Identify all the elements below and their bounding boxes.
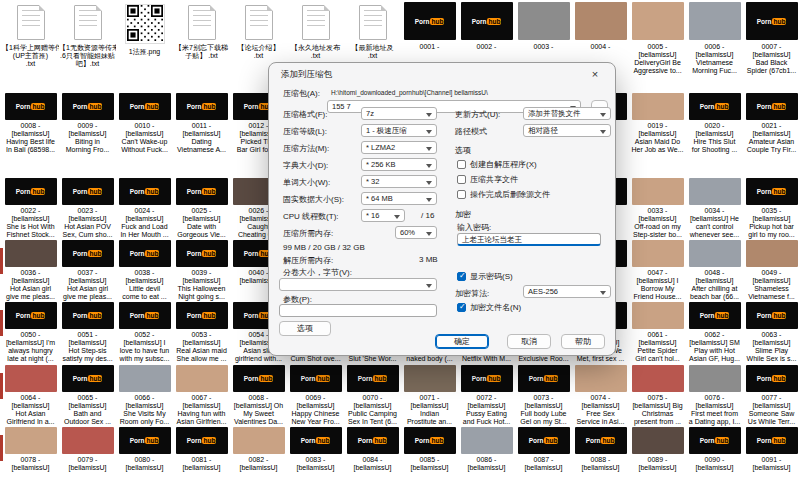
- password-input[interactable]: 上老王论坛当老王: [457, 233, 601, 246]
- sfx-checkbox[interactable]: [457, 160, 466, 169]
- file-item[interactable]: 0019 -[bellamissU]Asian Maid DoHer Job a…: [629, 93, 686, 154]
- file-item[interactable]: Pornhub0007 -[bellamissU]Bad BlackSpider…: [743, 2, 800, 75]
- file-item[interactable]: Pornhub0080 -[bellamissU]: [116, 427, 173, 472]
- file-item[interactable]: 0047 -[bellamissU] IBorrow MyFriend Hous…: [629, 240, 686, 301]
- file-item[interactable]: 0067 -[bellamissU]Having fun withAsian G…: [173, 365, 230, 426]
- file-item[interactable]: Pornhub0024 -[bellamissU]Fuck and LoadIn…: [116, 178, 173, 239]
- file-item[interactable]: 0048 -[bellamissU]After chilling atbeach…: [686, 240, 743, 301]
- file-item[interactable]: Pornhub0088 -[bellamissU]: [572, 427, 629, 472]
- file-item[interactable]: Pornhub0002 -: [458, 2, 515, 51]
- decompress-memory-label: 解压所需内存:: [283, 255, 333, 266]
- file-item[interactable]: Pornhub0083 -[bellamissU]: [287, 427, 344, 472]
- file-item[interactable]: Pornhub0090 -[bellamissU]: [686, 427, 743, 472]
- file-item[interactable]: Pornhub0051 -[bellamissU]Hot Step-sissat…: [59, 302, 116, 363]
- file-item[interactable]: 0006 -[bellamissU]VietnameseMorning Fuc.…: [686, 2, 743, 75]
- file-item[interactable]: Pornhub0052 -[bellamissU] Ilove to have …: [116, 302, 173, 363]
- file-item[interactable]: Pornhub0065 -[bellamissU]Bath andOutdoor…: [59, 365, 116, 426]
- file-item[interactable]: Pornhub0091 -[bellamissU]: [743, 427, 800, 472]
- memory-percent-combobox[interactable]: 60%: [395, 226, 437, 239]
- file-item[interactable]: 0061 -[bellamissU]Petite SpiderGirl can'…: [629, 302, 686, 363]
- file-item[interactable]: 0049 -[bellamissU]ShamelessVietnamese f.…: [743, 240, 800, 301]
- parameters-input[interactable]: [279, 304, 437, 317]
- file-item[interactable]: 0078 -[bellamissU]: [2, 427, 59, 472]
- photo-thumbnail: [518, 2, 570, 40]
- cancel-button[interactable]: 取消: [507, 334, 551, 349]
- split-volume-label: 分卷大小，字节(V):: [283, 267, 352, 278]
- file-item[interactable]: Pornhub0020 -[bellamissU]Hire This Slutf…: [686, 93, 743, 154]
- file-item[interactable]: Pornhub0084 -[bellamissU]: [344, 427, 401, 472]
- file-item[interactable]: 1法推.png: [116, 2, 173, 56]
- file-item[interactable]: 0076 -[bellamissU]First meet froma Datin…: [686, 365, 743, 426]
- encryption-method-combobox[interactable]: AES-256: [523, 285, 611, 298]
- file-item[interactable]: Pornhub0035 -[bellamissU]Pickup hot barg…: [743, 178, 800, 239]
- file-item[interactable]: Pornhub0072 -[bellamissU]Pussy Eatingand…: [458, 365, 515, 426]
- file-item[interactable]: 【1无数资源等传来.6只看智能姐妹贴吧】.txt: [59, 2, 116, 68]
- file-item[interactable]: 0075 -[bellamissU] BigChristmaspresent f…: [629, 365, 686, 426]
- file-item[interactable]: 0005 -[bellamissU]DeliveryGirl BeAggress…: [629, 2, 686, 75]
- file-item[interactable]: Pornhub0039 -[bellamissU]This HalloweenN…: [173, 240, 230, 301]
- file-item[interactable]: Pornhub0010 -[bellamissU]Can't Wake-upWi…: [116, 93, 173, 154]
- solid-block-combobox[interactable]: * 64 MB: [361, 192, 437, 205]
- ok-button[interactable]: 确定: [435, 334, 489, 349]
- file-item[interactable]: 【最新地址及.txt: [344, 2, 401, 60]
- file-item[interactable]: 0082 -[bellamissU]: [230, 427, 287, 472]
- file-item[interactable]: 0004 -: [572, 2, 629, 51]
- file-item[interactable]: Pornhub0050 -[bellamissU] I'malways hung…: [2, 302, 59, 363]
- file-item[interactable]: 【1科学上网赠等伴(UP主首推).txt: [2, 2, 59, 68]
- file-item[interactable]: 0089 -[bellamissU]: [629, 427, 686, 472]
- file-item[interactable]: 0034 -[bellamissU] Hecan't controlwhenev…: [686, 178, 743, 239]
- file-item[interactable]: 0079 -[bellamissU]: [59, 427, 116, 472]
- file-item[interactable]: Pornhub0011 -[bellamissU]DatingVietnames…: [173, 93, 230, 154]
- cpu-threads-combobox[interactable]: * 16: [361, 209, 405, 222]
- file-item[interactable]: Pornhub0023 -[bellamissU]Hot Asian POVSe…: [59, 178, 116, 239]
- file-name-label: 0078 -[bellamissU]: [2, 456, 59, 472]
- file-item[interactable]: Pornhub0062 -[bellamissU] SMPlay with Ho…: [686, 302, 743, 363]
- file-item[interactable]: Pornhub0073 -[bellamissU]Full body LubeG…: [515, 365, 572, 426]
- file-item[interactable]: 【永久地址发布.txt: [287, 2, 344, 60]
- file-item[interactable]: 0036 -[bellamissU]Hot Asian girlgive me …: [2, 240, 59, 301]
- word-size-combobox[interactable]: * 32: [361, 175, 437, 188]
- file-item[interactable]: Pornhub0069 -[bellamissU]Happy ChineseNe…: [287, 365, 344, 426]
- file-item[interactable]: Pornhub0025 -[bellamissU]Date withGorgeo…: [173, 178, 230, 239]
- options-button[interactable]: 选项: [279, 321, 331, 336]
- level-combobox[interactable]: 1 - 极速压缩: [361, 124, 437, 137]
- file-item[interactable]: 0074 -[bellamissU]Free SexService in Asi…: [572, 365, 629, 426]
- file-item[interactable]: Pornhub0021 -[bellamissU]Amateur AsianCo…: [743, 93, 800, 154]
- file-item[interactable]: 0066 -[bellamissU]She Visits MyRoom only…: [116, 365, 173, 426]
- file-item[interactable]: 0086 -[bellamissU]: [458, 427, 515, 472]
- file-item[interactable]: 0003 -: [515, 2, 572, 51]
- encrypt-names-checkbox[interactable]: [457, 303, 466, 312]
- file-item[interactable]: 【论坛介绍】.txt: [230, 2, 287, 60]
- close-icon[interactable]: ×: [583, 66, 607, 83]
- file-item[interactable]: Pornhub0087 -[bellamissU]: [515, 427, 572, 472]
- file-name-label: 0061 -[bellamissU]Petite SpiderGirl can'…: [629, 331, 686, 363]
- shared-files-checkbox[interactable]: [457, 175, 466, 184]
- split-volume-combobox[interactable]: [279, 278, 437, 291]
- file-item[interactable]: Pornhub0037 -[bellamissU]Hot Asian girlg…: [59, 240, 116, 301]
- file-item[interactable]: Pornhub0063 -[bellamissU]Slime PlayWhile…: [743, 302, 800, 363]
- file-item[interactable]: 0071 -[bellamissU]IndianProstitute an...: [401, 365, 458, 426]
- file-item[interactable]: Pornhub0022 -[bellamissU]She is Hot With…: [2, 178, 59, 239]
- method-combobox[interactable]: * LZMA2: [361, 141, 437, 154]
- file-item[interactable]: Pornhub0077 -[bellamissU]Someone SawUs W…: [743, 365, 800, 426]
- dictionary-combobox[interactable]: * 256 KB: [361, 158, 437, 171]
- help-button[interactable]: 帮助: [561, 334, 605, 349]
- file-item[interactable]: 0033 -[bellamissU]Off-road on myStep-sis…: [629, 178, 686, 239]
- delete-after-checkbox[interactable]: [457, 190, 466, 199]
- file-item[interactable]: 【米7别忘下载梯子贴】 .txt: [173, 2, 230, 60]
- file-item[interactable]: Pornhub0038 -[bellamissU]Little devilcom…: [116, 240, 173, 301]
- file-item[interactable]: Pornhub0009 -[bellamissU]Biting inMornin…: [59, 93, 116, 154]
- file-item[interactable]: Pornhub0008 -[bellamissU]Having Best lif…: [2, 93, 59, 154]
- file-item[interactable]: Pornhub0070 -[bellamissU]Public CampingS…: [344, 365, 401, 426]
- file-item[interactable]: Pornhub0085 -[bellamissU]: [401, 427, 458, 472]
- file-item[interactable]: Pornhub0053 -[bellamissU]Real Asian maid…: [173, 302, 230, 363]
- file-item[interactable]: Pornhub0068 -[bellamissU] OhMy SweetVale…: [230, 365, 287, 426]
- path-mode-combobox[interactable]: 相对路径: [523, 124, 611, 137]
- file-item[interactable]: Pornhub0001 -: [401, 2, 458, 51]
- file-name-label: 【永久地址发布.txt: [287, 44, 344, 60]
- show-password-checkbox[interactable]: [457, 272, 466, 281]
- update-mode-combobox[interactable]: 添加并替换文件: [523, 107, 611, 120]
- file-item[interactable]: 0064 -[bellamissU]Hot AsianGirlfriend In…: [2, 365, 59, 426]
- file-item[interactable]: Pornhub0081 -[bellamissU]: [173, 427, 230, 472]
- format-combobox[interactable]: 7z: [361, 107, 437, 120]
